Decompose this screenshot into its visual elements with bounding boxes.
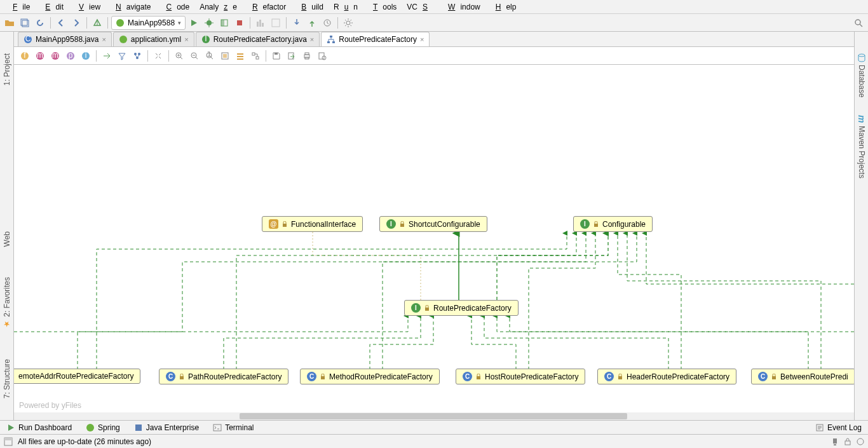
stop-icon[interactable]: [233, 16, 247, 30]
java-enterprise-button[interactable]: Java Enterprise: [132, 422, 201, 433]
back-icon[interactable]: [54, 16, 68, 30]
menu-code[interactable]: Code: [156, 1, 194, 13]
menu-help[interactable]: Help: [485, 1, 522, 13]
close-icon[interactable]: ×: [310, 36, 314, 43]
menu-refactor[interactable]: Refactor: [242, 1, 291, 13]
print-preview-icon[interactable]: [315, 49, 329, 63]
expand-icon[interactable]: [151, 49, 165, 63]
svg-rect-55: [594, 224, 598, 227]
terminal-button[interactable]: Terminal: [210, 422, 256, 433]
coverage-icon[interactable]: [217, 16, 231, 30]
svg-rect-44: [252, 53, 255, 55]
search-everywhere-icon[interactable]: [851, 16, 865, 30]
close-icon[interactable]: ×: [102, 36, 105, 43]
node-configurable[interactable]: I Configurable: [573, 216, 653, 232]
project-tool-button[interactable]: 1: Project: [1, 51, 13, 88]
menu-navigate[interactable]: Navigate: [105, 1, 156, 13]
menu-view[interactable]: View: [69, 1, 105, 13]
zoom-actual-icon[interactable]: 1: [203, 49, 217, 63]
svg-point-32: [134, 53, 137, 55]
spring-button[interactable]: Spring: [83, 422, 123, 433]
tab-routepredicatefactory-diagram[interactable]: RoutePredicateFactory ×: [321, 32, 430, 46]
zoom-out-icon[interactable]: [187, 49, 201, 63]
goto-icon[interactable]: [857, 438, 864, 445]
svg-text:m: m: [52, 51, 58, 60]
profiler1-icon[interactable]: [254, 16, 268, 30]
database-tool-button[interactable]: Database: [856, 51, 867, 100]
svg-point-63: [86, 424, 94, 431]
menu-window[interactable]: Window: [438, 1, 485, 13]
terminal-icon: [213, 423, 222, 432]
structure-tool-button[interactable]: 7: Structure: [1, 356, 13, 401]
constructors-icon[interactable]: m: [33, 49, 47, 63]
settings-icon[interactable]: [341, 16, 355, 30]
save-diagram-icon[interactable]: [269, 49, 283, 63]
event-log-button[interactable]: Event Log: [813, 422, 864, 433]
apply-layout-icon[interactable]: [233, 49, 247, 63]
zoom-in-icon[interactable]: [172, 49, 186, 63]
profiler2-icon[interactable]: [269, 16, 283, 30]
tab-mainapp[interactable]: C MainApp9588.java ×: [18, 32, 112, 46]
forward-icon[interactable]: [69, 16, 83, 30]
inner-icon[interactable]: i: [79, 49, 93, 63]
methods-icon[interactable]: m: [48, 49, 62, 63]
svg-rect-49: [305, 53, 309, 55]
tab-applicationyml[interactable]: application.yml ×: [113, 32, 194, 46]
debug-icon[interactable]: [202, 16, 216, 30]
menu-tools[interactable]: Tools: [363, 1, 402, 13]
close-icon[interactable]: ×: [420, 36, 424, 43]
dependencies-icon[interactable]: [100, 49, 114, 63]
node-between[interactable]: C BetweenRoutePredi: [751, 369, 854, 384]
menu-run[interactable]: Run: [329, 1, 363, 13]
lock-icon: [771, 374, 777, 380]
route-icon[interactable]: [248, 49, 262, 63]
vcs-commit-icon[interactable]: [305, 16, 319, 30]
menu-build[interactable]: Build: [291, 1, 329, 13]
tab-routepredicatefactoryjava[interactable]: I RoutePredicateFactory.java ×: [196, 32, 320, 46]
save-all-icon[interactable]: [18, 16, 32, 30]
main-toolbar: MainApp9588 ▾: [0, 14, 868, 32]
status-indicator-icon[interactable]: [4, 437, 13, 446]
node-remoteaddr[interactable]: emoteAddrRoutePredicateFactory: [14, 369, 140, 384]
run-config-label: MainApp9588: [128, 18, 175, 27]
close-icon[interactable]: ×: [184, 36, 188, 43]
fields-icon[interactable]: f: [18, 49, 32, 63]
export-icon[interactable]: [285, 49, 299, 63]
event-log-icon: [815, 423, 824, 432]
menu-analyze[interactable]: Analyze: [194, 1, 242, 13]
open-icon[interactable]: [3, 16, 17, 30]
run-config-selector[interactable]: MainApp9588 ▾: [111, 16, 186, 30]
refresh-icon[interactable]: [33, 16, 47, 30]
node-functionalinterface[interactable]: @ FunctionalInterface: [262, 216, 363, 232]
status-text: All files are up-to-date (26 minutes ago…: [18, 437, 151, 446]
svg-text:C: C: [25, 35, 31, 43]
maven-tool-button[interactable]: m Maven Projects: [855, 112, 868, 180]
print-icon[interactable]: [300, 49, 314, 63]
properties-icon[interactable]: p: [64, 49, 78, 63]
run-icon[interactable]: [187, 16, 201, 30]
node-method[interactable]: C MethodRoutePredicateFactory: [300, 369, 440, 384]
menu-vcs[interactable]: VCS: [402, 1, 438, 13]
filter-icon[interactable]: [115, 49, 129, 63]
build-icon[interactable]: [90, 16, 104, 30]
run-dashboard-button[interactable]: Run Dashboard: [4, 422, 74, 433]
node-path[interactable]: C PathRoutePredicateFactory: [159, 369, 288, 384]
vcs-update-icon[interactable]: [290, 16, 304, 30]
vcs-history-icon[interactable]: [320, 16, 334, 30]
lock-icon[interactable]: [844, 438, 851, 445]
hector-icon[interactable]: [831, 438, 839, 445]
menu-edit[interactable]: Edit: [35, 1, 69, 13]
menu-file[interactable]: File: [3, 1, 35, 13]
fit-content-icon[interactable]: [218, 49, 232, 63]
diagram-canvas[interactable]: @ FunctionalInterface I ShortcutConfigur…: [14, 65, 854, 420]
node-routepredicatefactory[interactable]: I RoutePredicateFactory: [404, 300, 519, 316]
favorites-tool-button[interactable]: ★2: Favorites: [1, 275, 13, 331]
layout-icon[interactable]: [130, 49, 144, 63]
node-host[interactable]: C HostRoutePredicateFactory: [456, 369, 585, 384]
horizontal-scrollbar[interactable]: [14, 412, 854, 420]
svg-rect-70: [834, 444, 836, 445]
web-tool-button[interactable]: Web: [1, 229, 13, 249]
svg-rect-56: [425, 308, 429, 311]
node-header[interactable]: C HeaderRoutePredicateFactory: [597, 369, 736, 384]
node-shortcutconfigurable[interactable]: I ShortcutConfigurable: [379, 216, 487, 232]
